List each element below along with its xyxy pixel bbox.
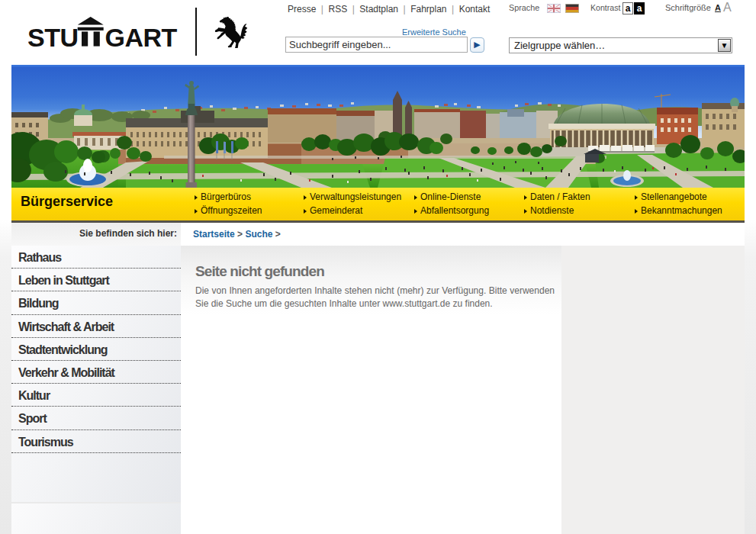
svg-text:STU: STU: [28, 23, 79, 50]
svg-text:GART: GART: [105, 23, 178, 50]
